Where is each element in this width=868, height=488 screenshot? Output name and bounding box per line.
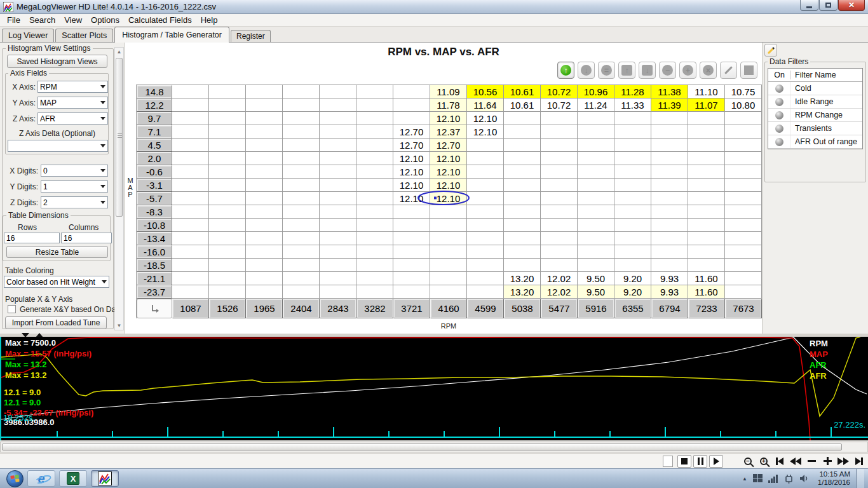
table-cell[interactable] bbox=[614, 152, 651, 165]
table-cell[interactable] bbox=[356, 85, 393, 98]
table-cell[interactable] bbox=[614, 139, 651, 152]
table-cell[interactable]: 11.78 bbox=[430, 98, 467, 112]
table-cell[interactable] bbox=[283, 192, 320, 205]
z-axis-dropdown[interactable]: AFR bbox=[37, 112, 108, 125]
table-cell[interactable] bbox=[578, 205, 614, 219]
table-cell[interactable] bbox=[651, 139, 688, 152]
table-cell[interactable] bbox=[356, 259, 393, 272]
axis-corner-button[interactable] bbox=[137, 299, 172, 318]
table-cell[interactable] bbox=[651, 259, 688, 272]
table-cell[interactable]: 12.10 bbox=[430, 112, 467, 125]
table-cell[interactable] bbox=[614, 259, 651, 272]
table-cell[interactable] bbox=[246, 139, 283, 152]
table-cell[interactable] bbox=[578, 152, 614, 165]
table-cell[interactable] bbox=[283, 179, 320, 192]
table-cell[interactable] bbox=[688, 259, 725, 272]
table-cell[interactable] bbox=[172, 152, 209, 165]
smooth-up-button[interactable]: ↑ bbox=[557, 62, 574, 79]
table-cell[interactable] bbox=[320, 125, 356, 139]
taskbar-excel-button[interactable]: X bbox=[59, 470, 87, 487]
table-cell[interactable]: 10.75 bbox=[725, 85, 762, 98]
timeline-scrollbar-thumb[interactable] bbox=[2, 444, 842, 451]
table-cell[interactable]: 12.10 bbox=[430, 152, 467, 165]
table-cell[interactable] bbox=[614, 205, 651, 219]
table-cell[interactable] bbox=[393, 205, 430, 219]
table-cell[interactable] bbox=[283, 152, 320, 165]
table-cell[interactable]: 9.93 bbox=[651, 272, 688, 285]
table-cell[interactable] bbox=[725, 139, 762, 152]
table-cell[interactable] bbox=[356, 192, 393, 205]
table-cell[interactable] bbox=[320, 112, 356, 125]
taskbar-internet-explorer-button[interactable]: e bbox=[27, 470, 55, 487]
table-cell[interactable] bbox=[209, 259, 246, 272]
table-cell[interactable] bbox=[541, 259, 578, 272]
table-cell[interactable] bbox=[356, 219, 393, 232]
table-cell[interactable]: 9.20 bbox=[614, 285, 651, 299]
table-cell[interactable] bbox=[246, 152, 283, 165]
speaker-icon[interactable] bbox=[799, 474, 810, 483]
table-cell[interactable]: 10.72 bbox=[541, 98, 578, 112]
z-digits-dropdown[interactable]: 2 bbox=[41, 196, 108, 208]
table-cell[interactable] bbox=[688, 112, 725, 125]
table-cell[interactable] bbox=[651, 179, 688, 192]
table-cell[interactable] bbox=[614, 219, 651, 232]
table-cell[interactable] bbox=[283, 259, 320, 272]
table-cell[interactable] bbox=[614, 165, 651, 179]
table-cell[interactable]: 11.39 bbox=[651, 98, 688, 112]
table-cell[interactable] bbox=[504, 152, 541, 165]
table-cell[interactable] bbox=[209, 125, 246, 139]
table-cell[interactable] bbox=[430, 232, 467, 245]
table-cell[interactable] bbox=[467, 179, 504, 192]
table-cell[interactable] bbox=[246, 85, 283, 98]
table-cell[interactable] bbox=[725, 245, 762, 259]
table-cell[interactable] bbox=[209, 232, 246, 245]
table-cell[interactable] bbox=[614, 232, 651, 245]
table-cell[interactable]: 13.20 bbox=[504, 272, 541, 285]
table-cell[interactable] bbox=[504, 259, 541, 272]
table-cell[interactable] bbox=[725, 179, 762, 192]
table-cell[interactable] bbox=[209, 192, 246, 205]
table-cell[interactable] bbox=[578, 219, 614, 232]
table-cell[interactable]: 12.10 bbox=[393, 165, 430, 179]
table-cell[interactable] bbox=[467, 219, 504, 232]
table-cell[interactable]: 11.10 bbox=[688, 85, 725, 98]
table-cell[interactable] bbox=[578, 139, 614, 152]
maximize-button[interactable] bbox=[819, 0, 837, 11]
table-cell[interactable] bbox=[356, 98, 393, 112]
table-cell[interactable]: 12.02 bbox=[541, 285, 578, 299]
edit-filters-button[interactable] bbox=[764, 44, 777, 57]
table-cell[interactable]: 12.10 bbox=[393, 152, 430, 165]
table-cell[interactable] bbox=[725, 232, 762, 245]
table-cell[interactable]: 12.10 bbox=[393, 179, 430, 192]
table-cell[interactable] bbox=[541, 139, 578, 152]
table-cell[interactable]: 11.09 bbox=[430, 85, 467, 98]
table-cell[interactable] bbox=[467, 259, 504, 272]
table-cell[interactable] bbox=[356, 205, 393, 219]
table-cell[interactable]: 12.10 bbox=[467, 125, 504, 139]
table-cell[interactable] bbox=[688, 245, 725, 259]
table-cell[interactable] bbox=[320, 205, 356, 219]
table-cell[interactable] bbox=[172, 232, 209, 245]
table-cell[interactable] bbox=[320, 85, 356, 98]
table-cell[interactable]: 12.70 bbox=[393, 125, 430, 139]
tab-log-viewer[interactable]: Log Viewer bbox=[2, 29, 54, 42]
table-cell[interactable] bbox=[688, 232, 725, 245]
table-cell[interactable] bbox=[320, 139, 356, 152]
menu-item-search[interactable]: Search bbox=[25, 14, 60, 26]
table-cell[interactable] bbox=[393, 285, 430, 299]
table-cell[interactable] bbox=[541, 232, 578, 245]
table-cell[interactable] bbox=[320, 272, 356, 285]
table-cell[interactable]: 12.10 bbox=[430, 165, 467, 179]
table-cell[interactable] bbox=[725, 152, 762, 165]
table-cell[interactable] bbox=[172, 139, 209, 152]
timeline-scrollbar[interactable] bbox=[0, 442, 868, 452]
table-cell[interactable] bbox=[320, 219, 356, 232]
table-cell[interactable] bbox=[725, 165, 762, 179]
table-cell[interactable]: 11.33 bbox=[614, 98, 651, 112]
table-cell[interactable] bbox=[688, 139, 725, 152]
table-cell[interactable] bbox=[172, 245, 209, 259]
filter-toggle[interactable] bbox=[768, 82, 791, 95]
table-cell[interactable] bbox=[209, 139, 246, 152]
table-cell[interactable] bbox=[283, 285, 320, 299]
table-cell[interactable] bbox=[283, 112, 320, 125]
